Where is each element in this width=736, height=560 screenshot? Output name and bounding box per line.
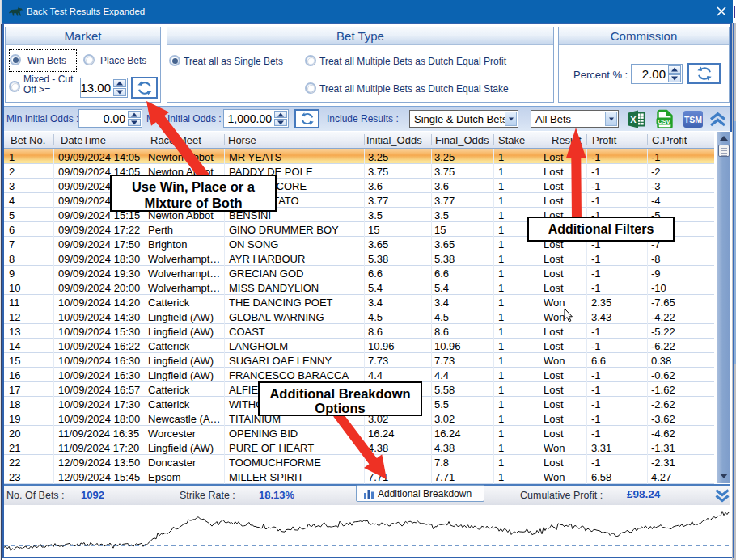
svg-text:X: X — [630, 115, 637, 124]
svg-text:CSV: CSV — [658, 118, 670, 125]
